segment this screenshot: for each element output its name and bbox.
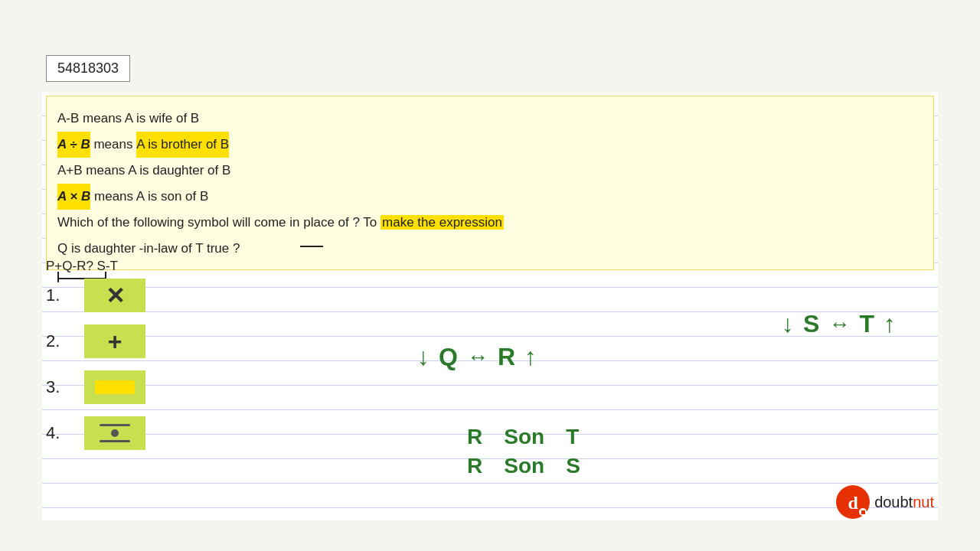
line5-text: Which of the following symbol will come … xyxy=(57,215,381,230)
r-label: R xyxy=(498,343,515,371)
option-3-value xyxy=(95,380,135,394)
option-4-num: 4. xyxy=(46,423,77,443)
horiz-arrows-st: ↔ xyxy=(828,312,850,337)
rel1-r: R xyxy=(467,425,482,449)
line4-highlighted: A × B xyxy=(57,184,90,210)
arrow-down-s: ↓ xyxy=(782,310,794,338)
diagram-middle: ↓ Q ↔ R ↑ xyxy=(417,343,537,371)
option-row-4: 4. xyxy=(46,413,214,453)
question-line5: Which of the following symbol will come … xyxy=(57,210,923,236)
option-1-value: ✕ xyxy=(106,282,125,309)
doubtnut-icon: d xyxy=(836,485,870,519)
s-label: S xyxy=(803,310,819,338)
doubtnut-text: doubtnut xyxy=(874,494,934,511)
option-1-symbol[interactable]: ✕ xyxy=(84,279,145,312)
rel1-t: T xyxy=(566,425,579,449)
option-3-num: 3. xyxy=(46,377,77,397)
line2-rest: A is brother of B xyxy=(136,132,229,158)
question-id: 54818303 xyxy=(46,55,130,82)
question-line1: A-B means A is wife of B xyxy=(57,106,923,132)
line1-text: A-B means A is wife of B xyxy=(57,111,199,126)
arrow-up-t: ↑ xyxy=(884,310,896,338)
option-2-num: 2. xyxy=(46,331,77,351)
rel2-r: R xyxy=(467,454,482,478)
question-area: A-B means A is wife of B A ÷ B means A i… xyxy=(46,96,934,270)
option-4-symbol[interactable] xyxy=(84,416,145,450)
options-area: 1. ✕ 2. + 3. 4. xyxy=(46,276,214,459)
underscore-t xyxy=(300,246,323,247)
line5-highlighted: make the expression xyxy=(381,215,504,230)
option-row-1: 1. ✕ xyxy=(46,276,214,315)
q-label: Q xyxy=(439,343,458,371)
option-2-symbol[interactable]: + xyxy=(84,324,145,358)
rel2-s: S xyxy=(566,454,580,478)
option-row-3: 3. xyxy=(46,367,214,407)
t-label: T xyxy=(859,310,874,338)
arrow-down-q: ↓ xyxy=(417,343,430,371)
rel1-son: Son xyxy=(504,425,544,449)
option-1-num: 1. xyxy=(46,285,77,305)
main-container: 54818303 A-B means A is wife of B A ÷ B … xyxy=(0,0,980,551)
option-row-2: 2. + xyxy=(46,321,214,361)
relation-row-1: R Son T xyxy=(467,425,580,449)
question-line2: A ÷ B means A is brother of B xyxy=(57,132,923,158)
option-3-symbol[interactable] xyxy=(84,370,145,404)
question-line4: A × B means A is son of B xyxy=(57,184,923,210)
line6-text: Q is daughter -in-law of T true ? xyxy=(57,241,240,256)
relation-area: R Son T R Son S xyxy=(467,425,580,483)
line2-highlighted: A ÷ B xyxy=(57,132,90,158)
question-line6: Q is daughter -in-law of T true ? xyxy=(57,236,923,262)
arrow-up-r: ↑ xyxy=(524,343,537,371)
option-2-value: + xyxy=(108,328,122,356)
line2-suffix: means xyxy=(93,137,136,152)
doubtnut-logo: d doubtnut xyxy=(836,485,934,519)
rel2-son: Son xyxy=(504,454,544,478)
diagram-top-right: ↓ S ↔ T ↑ xyxy=(782,310,896,338)
horiz-arrows-qr: ↔ xyxy=(467,345,488,370)
line4-suffix: means A is son of B xyxy=(94,189,208,204)
question-line3: A+B means A is daughter of B xyxy=(57,158,923,184)
relation-row-2: R Son S xyxy=(467,454,580,478)
